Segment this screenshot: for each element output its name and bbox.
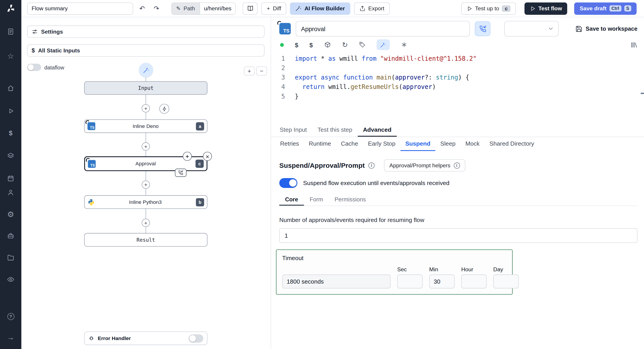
path-value[interactable]: u/henri/bes [200,3,236,14]
all-static-inputs-button[interactable]: $ All Static Inputs [27,44,264,57]
resources-icon[interactable] [4,149,18,163]
trigger-zap-button[interactable] [160,104,169,114]
variables-dollar-icon[interactable]: $ [295,41,298,48]
settings-gear-icon[interactable]: ⚙ [4,207,18,221]
export-button[interactable]: Export [354,2,390,14]
path-control[interactable]: ✎ Path u/henri/bes [171,2,236,14]
schedules-icon[interactable] [4,172,18,185]
library-panel-icon[interactable] [630,41,638,48]
flow-node-inline-deno[interactable]: TS Inline Deno a [84,119,207,133]
diff-button[interactable]: + Diff [262,2,286,14]
docs-book-button[interactable] [243,2,258,14]
ai-flow-builder-button[interactable]: AI Flow Builder [290,2,350,14]
resources-dollar-icon[interactable]: $ [310,41,313,48]
suspend-enable-toggle[interactable] [280,178,298,188]
folders-icon[interactable] [4,251,18,265]
code-line[interactable]: 5} [271,92,644,101]
approval-prompt-helpers-button[interactable]: Approval/Prompt helpers i [384,159,465,172]
tab-permissions[interactable]: Permissions [329,194,372,206]
line-number: 2 [271,64,285,73]
node-delete-button[interactable]: × [203,152,212,161]
audit-eye-icon[interactable] [4,272,18,286]
save-to-workspace-button[interactable]: Save to workspace [576,25,638,32]
collapse-sidebar-icon[interactable]: → [4,330,18,344]
tab-mock[interactable]: Mock [460,137,484,151]
code-line[interactable]: 2 [271,64,644,73]
tag-icon[interactable] [359,41,366,48]
tab-test-this-step[interactable]: Test this step [312,123,358,136]
tab-core[interactable]: Core [280,194,304,206]
step-name-input[interactable] [296,21,470,36]
tab-sleep[interactable]: Sleep [436,137,460,151]
tab-early-stop[interactable]: Early Stop [363,137,400,151]
dollar-glyph: $ [9,130,12,137]
error-handler-box[interactable]: Error Handler [84,332,207,345]
reset-refresh-icon[interactable]: ↻ [342,40,348,49]
code-line[interactable]: 1import * as wmill from "windmill-client… [271,54,644,64]
help-icon[interactable]: ? [4,309,18,323]
flow-node-inline-python3[interactable]: Inline Python3 b [84,195,207,209]
step-header: TS Save to workspace [271,17,644,38]
toggle-knob [289,179,296,187]
tab-shared-directory[interactable]: Shared Directory [484,137,539,151]
tab-cache[interactable]: Cache [336,137,363,151]
insert-step-button[interactable]: + [142,219,150,227]
code-text: import * as wmill from "windmill-client@… [285,54,477,64]
tab-form[interactable]: Form [304,194,329,206]
info-icon[interactable]: i [368,162,374,168]
workers-icon[interactable] [4,229,18,243]
flow-node-result[interactable]: Result [84,233,207,246]
python-icon [88,198,95,206]
tab-advanced[interactable]: Advanced [358,123,397,136]
tab-retries[interactable]: Retries [275,137,304,151]
timeout-sec-input[interactable] [397,274,423,288]
timeout-min-label: Min [429,266,455,272]
favorites-star-icon[interactable]: ☆ [4,49,18,63]
flow-node-input[interactable]: Input [84,81,207,95]
assistant-asterisk-icon[interactable] [401,41,408,48]
flow-summary-input[interactable] [27,2,133,14]
flow-settings-button[interactable]: Settings [27,25,264,38]
insert-step-button[interactable]: + [142,181,150,189]
zoom-in-button[interactable]: + [244,66,255,75]
undo-button[interactable]: ↶ [137,3,148,14]
tab-runtime[interactable]: Runtime [304,137,336,151]
insert-step-button[interactable]: + [142,104,150,112]
timeout-day-input[interactable] [493,274,519,288]
test-flow-button[interactable]: Test flow [524,2,567,14]
script-version-select[interactable] [504,21,558,36]
suspend-phone-button[interactable] [475,21,490,36]
wand-icon [142,67,149,73]
timeout-min-input[interactable] [429,274,455,288]
ai-assistant-wand-button[interactable] [376,39,390,50]
dataflow-toggle[interactable] [27,64,41,71]
info-icon: i [454,162,460,168]
insert-step-button[interactable]: + [142,142,150,151]
code-line[interactable]: 3export async function main(approver?: s… [271,73,644,82]
code-line[interactable]: 4 return wmill.getResumeUrls(approver) [271,82,644,92]
line-number: 3 [271,73,285,82]
runs-icon[interactable] [4,104,18,118]
error-handler-toggle[interactable] [188,334,204,343]
timeout-display-input[interactable] [282,274,390,288]
approvals-count-input[interactable] [280,228,638,243]
zoom-out-button[interactable]: − [256,66,267,75]
advanced-tabs: Retries Runtime Cache Early Stop Suspend… [271,137,644,151]
code-editor[interactable]: 1import * as wmill from "windmill-client… [271,52,644,123]
node-move-button[interactable]: + [183,152,192,161]
package-cube-icon[interactable] [324,41,331,48]
windmill-logo[interactable] [0,0,21,16]
docs-icon[interactable] [4,25,18,38]
plus-glyph: + [144,220,147,226]
save-draft-button[interactable]: Save draft Ctrl S [574,2,636,14]
timeout-hour-input[interactable] [461,274,487,288]
tab-suspend[interactable]: Suspend [400,137,435,151]
suspend-indicator-chip[interactable] [175,169,186,177]
redo-button[interactable]: ↷ [151,3,162,14]
home-icon[interactable] [4,81,18,95]
user-icon[interactable] [4,185,18,199]
variables-icon[interactable]: $ [4,126,18,140]
test-up-to-button[interactable]: Test up to c [461,2,516,14]
tab-step-input[interactable]: Step Input [274,123,312,136]
ai-wand-button[interactable] [139,63,153,77]
